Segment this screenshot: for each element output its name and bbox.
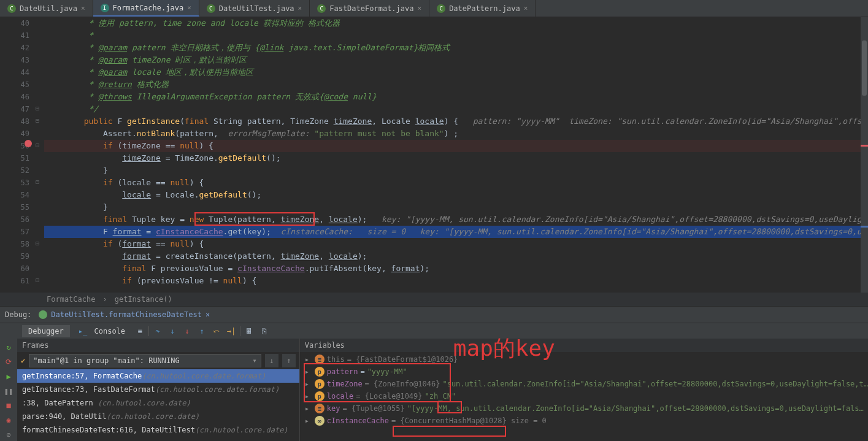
line-number[interactable]: 55 xyxy=(0,201,29,213)
fold-handle[interactable] xyxy=(36,238,44,250)
prev-frame-icon[interactable]: ↓ xyxy=(265,354,278,367)
variable-row[interactable]: ▸ppattern = "yyyy-MM" xyxy=(300,366,868,378)
code-line[interactable]: final Tuple key = new Tuple(pattern, tim… xyxy=(44,213,868,226)
close-icon[interactable]: × xyxy=(205,310,210,319)
run-to-cursor-icon[interactable]: →| xyxy=(225,325,237,337)
code-line[interactable]: timeZone = TimeZone.getDefault(); xyxy=(44,152,868,164)
code-line[interactable]: format = createInstance(pattern, timeZon… xyxy=(44,250,868,263)
step-over-icon[interactable]: ↷ xyxy=(152,325,164,337)
editor-tab[interactable]: CDateUtil.java× xyxy=(0,0,93,17)
code-line[interactable]: if (locale == null) { xyxy=(44,177,868,189)
force-step-into-icon[interactable]: ↓ xyxy=(181,325,193,337)
line-number[interactable]: 61 xyxy=(0,275,29,287)
stop-icon[interactable]: ■ xyxy=(2,399,15,412)
line-number[interactable]: 46 xyxy=(0,91,29,103)
variable-row[interactable]: ▸ptimeZone = {ZoneInfo@1046} "sun.util.c… xyxy=(300,378,868,390)
expand-icon[interactable]: ▸ xyxy=(305,367,312,376)
code-line[interactable]: * xyxy=(44,29,868,42)
line-number[interactable]: 53 xyxy=(0,177,29,189)
line-number[interactable]: 59 xyxy=(0,250,29,263)
fold-handle[interactable] xyxy=(36,275,44,287)
variable-row[interactable]: ▸plocale = {Locale@1049} "zh_CN" xyxy=(300,390,868,402)
debugger-tab[interactable]: Debugger xyxy=(22,325,70,337)
thread-dropdown[interactable]: "main"@1 in group "main": RUNNING ▾ xyxy=(29,354,261,367)
code-line[interactable]: * @param timeZone 时区，默认当前时区 xyxy=(44,54,868,66)
view-breakpoints-icon[interactable]: ◉ xyxy=(2,414,15,426)
breakpoint-icon[interactable] xyxy=(25,140,32,147)
fold-handle[interactable] xyxy=(36,115,44,128)
line-number[interactable]: 44 xyxy=(0,66,29,79)
editor-scrollbar[interactable] xyxy=(861,17,868,293)
stack-frame[interactable]: getInstance:73, FastDateFormat (cn.hutoo… xyxy=(17,383,299,396)
expand-icon[interactable]: ▸ xyxy=(305,416,312,425)
trace-icon[interactable]: ⎘ xyxy=(258,325,270,337)
editor-tab[interactable]: CFastDateFormat.java× xyxy=(310,0,429,17)
line-number[interactable]: 48 xyxy=(0,115,29,128)
expand-icon[interactable]: ▸ xyxy=(305,392,312,401)
crumb-method[interactable]: getInstance() xyxy=(115,295,172,304)
threads-icon[interactable]: ≡ xyxy=(134,325,146,337)
line-number[interactable]: 54 xyxy=(0,189,29,201)
mute-breakpoints-icon[interactable]: ⊘ xyxy=(2,429,15,441)
close-icon[interactable]: × xyxy=(418,4,422,12)
line-number[interactable]: 51 xyxy=(0,152,29,164)
close-icon[interactable]: × xyxy=(298,4,302,12)
breadcrumbs[interactable]: FormatCache › getInstance() xyxy=(0,293,868,306)
stack-frame[interactable]: parse:940, DateUtil (cn.hutool.core.date… xyxy=(17,410,299,423)
code-line[interactable]: } xyxy=(44,201,868,213)
stack-frame[interactable]: :38, DatePattern (cn.hutool.core.date) xyxy=(17,396,299,410)
code-line[interactable]: public F getInstance(final String patter… xyxy=(44,115,868,128)
close-icon[interactable]: × xyxy=(524,4,528,12)
code-line[interactable]: * @param pattern 非空日期格式，使用与 {@link java.… xyxy=(44,42,868,54)
line-number[interactable]: 47 xyxy=(0,103,29,115)
rerun-icon[interactable]: ↻ xyxy=(2,341,15,353)
update-icon[interactable]: ⟳ xyxy=(2,356,15,368)
code-line[interactable]: * 使用 pattern, time zone and locale 获得对应的… xyxy=(44,17,868,29)
line-number[interactable]: 40 xyxy=(0,17,29,29)
next-frame-icon[interactable]: ↑ xyxy=(282,354,296,367)
code-area[interactable]: * 使用 pattern, time zone and locale 获得对应的… xyxy=(44,17,868,293)
code-line[interactable]: } xyxy=(44,164,868,177)
code-line[interactable]: if (previousValue != null) { xyxy=(44,275,868,287)
frame-list[interactable]: getInstance:57, FormatCache (cn.hutool.c… xyxy=(17,369,299,441)
code-line[interactable]: * @param locale 地区，默认使用当前地区 xyxy=(44,66,868,79)
fold-handle[interactable] xyxy=(36,103,44,115)
expand-icon[interactable]: ▸ xyxy=(305,380,312,388)
code-line[interactable]: * @return 格式化器 xyxy=(44,79,868,91)
line-number[interactable]: 60 xyxy=(0,263,29,275)
line-number[interactable]: 50 xyxy=(0,140,29,152)
step-out-icon[interactable]: ↑ xyxy=(196,325,208,337)
code-line[interactable]: if (format == null) { xyxy=(44,238,868,250)
line-number[interactable]: 57 xyxy=(0,226,29,238)
crumb-class[interactable]: FormatCache xyxy=(47,295,95,304)
code-line[interactable]: * @throws IllegalArgumentException patte… xyxy=(44,91,868,103)
expand-icon[interactable]: ▸ xyxy=(305,355,312,364)
line-number[interactable]: 58 xyxy=(0,238,29,250)
line-number[interactable]: 52 xyxy=(0,164,29,177)
code-line[interactable]: Assert.notBlank(pattern, errorMsgTemplat… xyxy=(44,128,868,140)
code-line[interactable]: final F previousValue = cInstanceCache.p… xyxy=(44,263,868,275)
stack-frame[interactable]: formatChineseDateTest:616, DateUtilTest … xyxy=(17,423,299,437)
editor-tab[interactable]: IFormatCache.java× xyxy=(93,0,199,17)
editor-tab[interactable]: CDatePattern.java× xyxy=(429,0,536,17)
line-number[interactable]: 41 xyxy=(0,29,29,42)
line-number[interactable]: 45 xyxy=(0,79,29,91)
debug-session-tab[interactable]: DateUtilTest.formatChineseDateTest × xyxy=(39,310,210,319)
variable-list[interactable]: ▸≡this = {FastDateFormat$1@1026}▸ppatter… xyxy=(300,352,868,441)
pause-icon[interactable]: ❚❚ xyxy=(2,385,15,397)
line-number[interactable]: 49 xyxy=(0,128,29,140)
line-number[interactable]: 43 xyxy=(0,54,29,66)
variable-row[interactable]: ▸∞cInstanceCache = {ConcurrentHashMap@10… xyxy=(300,415,868,427)
variable-row[interactable]: ▸≡key = {Tuple@1055} "[yyyy-MM, sun.util… xyxy=(300,402,868,415)
close-icon[interactable]: × xyxy=(81,4,85,12)
line-number[interactable]: 56 xyxy=(0,213,29,226)
code-line[interactable]: locale = Locale.getDefault(); xyxy=(44,189,868,201)
fold-handle[interactable] xyxy=(36,177,44,189)
fold-handle[interactable] xyxy=(36,140,44,152)
evaluate-icon[interactable]: 🖩 xyxy=(243,325,255,337)
code-line[interactable]: */ xyxy=(44,103,868,115)
stack-frame[interactable]: getInstance:57, FormatCache (cn.hutool.c… xyxy=(17,369,299,383)
expand-icon[interactable]: ▸ xyxy=(305,404,312,413)
close-icon[interactable]: × xyxy=(187,4,191,12)
drop-frame-icon[interactable]: ⤺ xyxy=(210,325,223,337)
